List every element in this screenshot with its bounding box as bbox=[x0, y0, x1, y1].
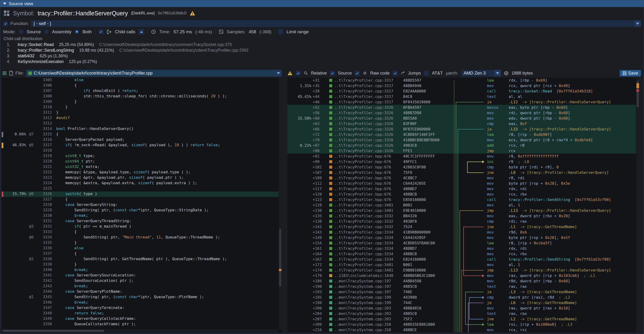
source-line[interactable]: 3308 std::this_thread::sleep_for( std::c… bbox=[2, 94, 278, 99]
assembly-row[interactable]: +207..mon\TracySystem.cpp:20375F2jne.L2 … bbox=[288, 316, 636, 322]
assembly-row[interactable]: +46..t\TracyProfiler.cpp:33170F843502000… bbox=[288, 99, 636, 105]
source-line[interactable]: 3314bool Profiler::HandleServerQuery() bbox=[2, 126, 278, 132]
source-line[interactable]: 3306 { bbox=[2, 83, 278, 88]
asm-source-location[interactable]: ..t\TracyProfiler.cpp:3326 bbox=[334, 111, 403, 115]
asm-source-location[interactable]: ..mon\TracySystem.cpp:258 bbox=[334, 328, 403, 332]
assembly-row[interactable]: +186..mon\TracySystem.cpp:197448B4598mov… bbox=[288, 278, 636, 284]
source-line[interactable]: 3307 if( shouldExit ) return; bbox=[2, 88, 278, 94]
source-checkbox[interactable] bbox=[330, 71, 335, 76]
assembly-row[interactable]: +99..t\TracyProfiler.hpp:67649FFC1incr9 … bbox=[288, 159, 636, 165]
source-horizontal-scrollbar[interactable] bbox=[2, 329, 279, 332]
assembly-row[interactable]: +195..mon\TracySystem.cpp:199443900cmpdw… bbox=[288, 295, 636, 300]
asm-source-location[interactable]: ..mon\TracySystem.cpp:203 bbox=[334, 306, 403, 311]
assembly-row[interactable]: +109..t\TracyProfiler.hpp:6764C8BC7movr8… bbox=[288, 175, 636, 181]
source-line[interactable]: 3322 memcpy( &type, &payload.type, sizeo… bbox=[2, 170, 278, 175]
asm-source-location[interactable]: ..t\TracyProfiler.hpp:676 bbox=[334, 170, 403, 175]
child-call-item[interactable]: 2.tracy::Profiler::SendLongString19.88 m… bbox=[4, 47, 640, 53]
assembly-row[interactable]: +172..t\TracyProfiler.cpp:3401B001moval,… bbox=[288, 262, 636, 268]
child-call-item[interactable]: 1.tracy::Socket::Read25.25 ms (54.89%)C:… bbox=[4, 42, 640, 47]
asm-source-location[interactable]: ..mon\TracySystem.cpp:197 bbox=[334, 290, 403, 294]
source-line[interactable]: 3337 { bbox=[2, 251, 278, 257]
raw-code-checkbox[interactable] bbox=[355, 71, 360, 76]
assembly-row[interactable]: +72..t\TracyProfiler.cpp:33264C8D05F146F… bbox=[288, 132, 636, 137]
source-line[interactable]: 3330 break; bbox=[2, 213, 278, 219]
source-line[interactable]: 3312#endif bbox=[2, 116, 278, 121]
assembly-row[interactable]: +193..mon\TracySystem.cpp:197740Eje.L3 -… bbox=[288, 289, 636, 295]
source-line[interactable]: 3305 else bbox=[2, 78, 278, 83]
source-line[interactable]: 3310 } bbox=[2, 105, 278, 110]
source-line[interactable]: 3309 } bbox=[2, 99, 278, 105]
asm-source-location[interactable]: ..t\TracyProfiler.cpp:3326 bbox=[334, 122, 403, 126]
source-line[interactable]: 3335 } bbox=[2, 240, 278, 246]
asm-source-location[interactable]: ..t\TracyProfiler.cpp:3332 bbox=[334, 214, 403, 218]
source-line[interactable]: @13338 SendString( ptr, GetThreadName( p… bbox=[2, 257, 278, 262]
source-line[interactable]: 3311} bbox=[2, 110, 278, 116]
asm-source-location[interactable]: ..t\TracyProfiler.cpp:3334 bbox=[334, 257, 403, 262]
assembly-row[interactable]: +92..t\TracyProfiler.hpp:67649C7C1FFFFFF… bbox=[288, 154, 636, 159]
assembly-row[interactable]: +143..t\TracyProfiler.cpp:333441B90B0000… bbox=[288, 229, 636, 235]
warning-icon[interactable] bbox=[190, 11, 195, 16]
assembly-vertical-scrollbar[interactable] bbox=[636, 78, 639, 332]
asm-source-location[interactable]: ..mon\TracySystem.cpp:203 bbox=[334, 311, 403, 316]
assembly-row[interactable]: +190..mon\TracySystem.cpp:1974885C0testr… bbox=[288, 284, 636, 289]
source-line[interactable]: 3321 uint32_t extra; bbox=[2, 165, 278, 170]
assembly-row[interactable]: +117..t\TracyProfiler.hpp:676488BD7movrd… bbox=[288, 186, 636, 191]
asm-source-location[interactable]: ..mon\TracySystem.cpp:197 bbox=[334, 279, 403, 283]
assembly-row[interactable]: +204..mon\TracySystem.cpp:2034885C0testr… bbox=[288, 311, 636, 316]
relative-checkbox[interactable] bbox=[296, 71, 301, 76]
assembly-row[interactable]: 45.41%+44..t\TracyProfiler.cpp:331784C0t… bbox=[288, 94, 636, 99]
asm-source-location[interactable]: ..t\TracyProfiler.hpp:676 bbox=[334, 181, 403, 186]
source-line[interactable]: 3328 case ServerQueryString: bbox=[2, 202, 278, 208]
scrollbar-thumb[interactable] bbox=[279, 229, 281, 286]
source-line[interactable]: 3340 break; bbox=[2, 268, 278, 273]
asm-source-location[interactable]: ..t\TracyProfiler.hpp:676 bbox=[334, 186, 403, 191]
asm-source-location[interactable]: ..t\TracyProfiler.cpp:3317 bbox=[334, 83, 403, 88]
assembly-row[interactable]: +52..t\TracyProfiler.cpp:33260FB64597mov… bbox=[288, 105, 636, 110]
asm-source-location[interactable]: ..t\TracyProfiler.cpp:3326 bbox=[334, 116, 403, 121]
assembly-row[interactable]: +102..t\TracyProfiler.hpp:67642803C0F00c… bbox=[288, 165, 636, 170]
source-line[interactable]: 3346 break; bbox=[2, 300, 278, 306]
assembly-row[interactable]: +56..t\TracyProfiler.cpp:3326488B7D98mov… bbox=[288, 110, 636, 116]
asm-source-location[interactable]: ..t\TracyProfiler.hpp:676 bbox=[334, 165, 403, 169]
source-line[interactable]: 3324 memcpy( &extra, &payload.extra, siz… bbox=[2, 181, 278, 186]
assembly-row[interactable]: +154..t\TracyProfiler.cpp:33344C8D055FBA… bbox=[288, 240, 636, 246]
uarch-combo-caret[interactable] bbox=[494, 70, 501, 76]
source-line[interactable]: 3323 memcpy( &ptr, &payload.ptr, sizeof(… bbox=[2, 175, 278, 181]
warning-icon[interactable] bbox=[288, 71, 292, 75]
asm-source-location[interactable]: ..t\TracyProfiler.cpp:3326 bbox=[334, 149, 403, 153]
scrollbar-thumb[interactable] bbox=[2, 330, 104, 332]
mode-radio-assembly[interactable] bbox=[44, 29, 49, 34]
source-line[interactable]: 3313 bbox=[2, 121, 278, 126]
mode-radio-both[interactable] bbox=[75, 29, 79, 34]
assembly-row[interactable]: +164..t\TracyProfiler.cpp:3334488BCBmovr… bbox=[288, 251, 636, 257]
assembly-row[interactable]: +128..t\TracyProfiler.cpp:3401B001moval,… bbox=[288, 202, 636, 208]
assembly-row[interactable]: +167..t\TracyProfiler.cpp:3334E824160000… bbox=[288, 257, 636, 262]
asm-source-location[interactable]: ..t\TracyProfiler.cpp:3326 bbox=[334, 143, 403, 148]
asm-source-location[interactable]: ..mon\TracySystem.cpp:258 bbox=[334, 322, 403, 327]
asm-source-location[interactable]: ..t\TracyProfiler.cpp:3317 bbox=[334, 100, 403, 104]
assembly-row[interactable]: +120..t\TracyProfiler.hpp:676488BCBmovrc… bbox=[288, 191, 636, 197]
asm-source-location[interactable]: ..t\TracyProfiler.cpp:3326 bbox=[334, 138, 403, 142]
assembly-row[interactable]: +123..t\TracyProfiler.hpp:676E850160000c… bbox=[288, 197, 636, 202]
source-line[interactable]: @63334 SendString( ptr, "Main thread", 1… bbox=[2, 235, 278, 240]
source-line[interactable]: 3316 ServerQueryPacket payload; bbox=[2, 137, 278, 143]
child-calls-direction-button[interactable] bbox=[138, 29, 144, 35]
source-line[interactable]: 3327 { bbox=[2, 197, 278, 202]
att-checkbox[interactable] bbox=[424, 71, 429, 76]
source-line[interactable]: 15.79%@93326 switch( type ) bbox=[2, 191, 278, 197]
source-line[interactable]: 3341 case ServerQuerySourceLocation: bbox=[2, 273, 278, 278]
source-line[interactable]: 3319 uint8_t type; bbox=[2, 154, 278, 159]
source-line[interactable]: 3331 case ServerQueryThreadString: bbox=[2, 219, 278, 224]
asm-source-location[interactable]: ..t\TracyProfiler.hpp:676 bbox=[334, 197, 403, 202]
source-line[interactable]: 3336 else bbox=[2, 246, 278, 251]
source-line[interactable]: 3349 case ServerQueryCallstackFrame: bbox=[2, 316, 278, 322]
assembly-row[interactable]: +66..t\TracyProfiler.cpp:33260F87CE06000… bbox=[288, 126, 636, 132]
source-line[interactable]: 3350 QueueCallstackFrame( ptr ); bbox=[2, 322, 278, 327]
source-line[interactable]: 3333 { bbox=[2, 229, 278, 235]
source-line[interactable]: 3320 uint64_t ptr; bbox=[2, 159, 278, 165]
uarch-combo[interactable]: AMD Zen 3 bbox=[461, 70, 501, 76]
asm-source-location[interactable]: ..t\TracyProfiler.cpp:3334 bbox=[334, 230, 403, 234]
child-calls-checkbox[interactable] bbox=[98, 29, 104, 34]
source-line[interactable]: 3344 case ServerQueryPlotName: bbox=[2, 289, 278, 295]
assembly-row[interactable]: +135..t\TracyProfiler.cpp:33328B4320move… bbox=[288, 213, 636, 219]
